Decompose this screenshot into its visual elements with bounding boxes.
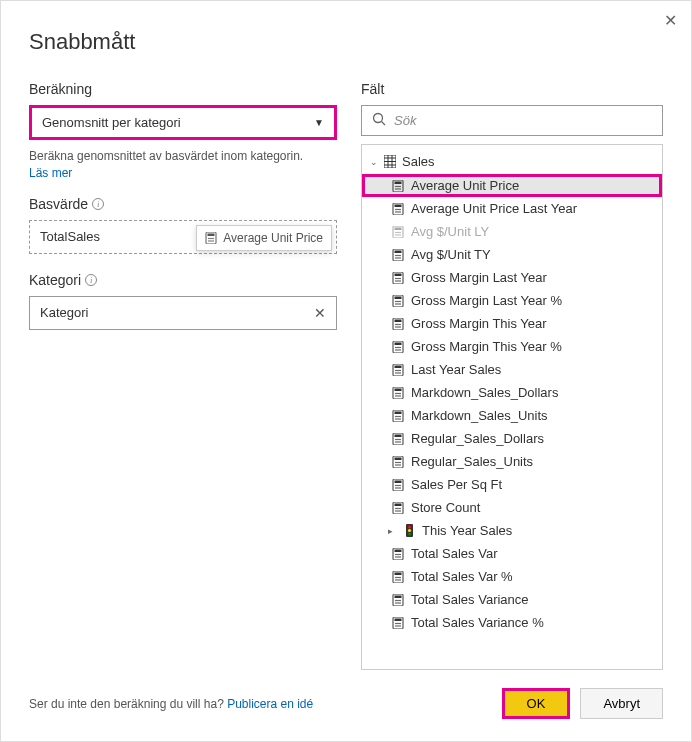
svg-point-29 [395,211,397,213]
calculator-icon [392,433,404,445]
svg-point-75 [397,346,399,348]
tree-item-label: Total Sales Var [411,546,497,561]
svg-point-135 [399,510,401,512]
svg-point-154 [397,579,399,581]
tree-item[interactable]: Gross Margin Last Year % [362,289,662,312]
svg-point-108 [399,438,401,440]
base-value-dropzone[interactable]: TotalSales Average Unit Price [29,220,337,254]
svg-point-55 [399,280,401,282]
calculator-icon [205,232,217,244]
svg-point-38 [397,234,399,236]
tree-item[interactable]: Avg $/Unit LY [362,220,662,243]
svg-point-21 [395,188,397,190]
svg-point-103 [399,418,401,420]
fields-tree[interactable]: ⌄ Sales Average Unit PriceAverage Unit P… [361,144,663,670]
svg-point-82 [395,369,397,371]
svg-point-161 [395,602,397,604]
calculator-icon [392,410,404,422]
svg-point-45 [395,257,397,259]
svg-point-74 [395,346,397,348]
learn-more-link[interactable]: Läs mer [29,166,72,180]
cancel-button[interactable]: Avbryt [580,688,663,719]
category-input[interactable]: Kategori ✕ [29,296,337,330]
tree-item[interactable]: Last Year Sales [362,358,662,381]
tree-item[interactable]: Gross Margin This Year [362,312,662,335]
tree-item[interactable]: Markdown_Sales_Dollars [362,381,662,404]
calculation-selected: Genomsnitt per kategori [42,115,181,130]
base-value-label: Basvärde i [29,196,337,212]
tree-item[interactable]: Regular_Sales_Units [362,450,662,473]
publish-idea-link[interactable]: Publicera en idé [227,697,313,711]
svg-point-71 [399,326,401,328]
tree-item[interactable]: Gross Margin This Year % [362,335,662,358]
svg-point-166 [395,622,397,624]
svg-point-46 [397,257,399,259]
svg-point-152 [399,576,401,578]
svg-point-53 [395,280,397,282]
search-input[interactable] [394,113,652,128]
dialog-title: Snabbmått [29,29,663,55]
drag-chip[interactable]: Average Unit Price [196,225,332,251]
tree-item[interactable]: Total Sales Variance [362,588,662,611]
tree-item-label: This Year Sales [422,523,512,538]
svg-point-92 [399,392,401,394]
svg-point-127 [399,487,401,489]
svg-point-50 [395,277,397,279]
tree-item-label: Gross Margin Last Year [411,270,547,285]
svg-point-158 [395,599,397,601]
tree-item[interactable]: Average Unit Price Last Year [362,197,662,220]
category-value: Kategori [40,305,88,320]
tree-item[interactable]: Average Unit Price [362,174,662,197]
svg-point-107 [397,438,399,440]
svg-point-144 [399,553,401,555]
tree-item[interactable]: Regular_Sales_Dollars [362,427,662,450]
svg-point-167 [397,622,399,624]
svg-point-133 [395,510,397,512]
svg-point-109 [395,441,397,443]
tree-item[interactable]: Total Sales Var % [362,565,662,588]
tree-item[interactable]: Avg $/Unit TY [362,243,662,266]
svg-point-84 [399,369,401,371]
svg-point-35 [397,231,399,233]
tree-item[interactable]: Sales Per Sq Ft [362,473,662,496]
ok-button[interactable]: OK [502,688,571,719]
svg-point-124 [399,484,401,486]
svg-point-66 [395,323,397,325]
tree-item[interactable]: Gross Margin Last Year [362,266,662,289]
svg-point-59 [397,300,399,302]
tree-item[interactable]: Total Sales Var [362,542,662,565]
svg-point-147 [399,556,401,558]
tree-item[interactable]: Store Count [362,496,662,519]
svg-point-28 [399,208,401,210]
tree-item[interactable]: ▸This Year Sales [362,519,662,542]
svg-point-139 [408,532,411,535]
svg-point-26 [395,208,397,210]
calculator-icon [392,341,404,353]
svg-point-2 [208,237,210,239]
svg-point-77 [395,349,397,351]
calculation-label: Beräkning [29,81,337,97]
svg-point-44 [399,254,401,256]
svg-point-83 [397,369,399,371]
calculator-icon [392,548,404,560]
svg-point-5 [208,240,210,242]
search-box[interactable] [361,105,663,136]
svg-point-30 [397,211,399,213]
svg-point-69 [395,326,397,328]
clear-icon[interactable]: ✕ [314,305,326,321]
calculator-icon [392,226,404,238]
svg-rect-165 [395,618,402,621]
tree-group-sales[interactable]: ⌄ Sales [362,149,662,174]
calculation-dropdown[interactable]: Genomsnitt per kategori ▼ [29,105,337,140]
tree-item-label: Average Unit Price Last Year [411,201,577,216]
tree-item[interactable]: Markdown_Sales_Units [362,404,662,427]
svg-point-102 [397,418,399,420]
svg-point-134 [397,510,399,512]
svg-point-159 [397,599,399,601]
calculator-icon [392,318,404,330]
tree-item[interactable]: Total Sales Variance % [362,611,662,634]
calculator-icon [392,203,404,215]
tree-item-label: Total Sales Var % [411,569,513,584]
svg-point-94 [397,395,399,397]
close-button[interactable]: ✕ [664,11,677,30]
